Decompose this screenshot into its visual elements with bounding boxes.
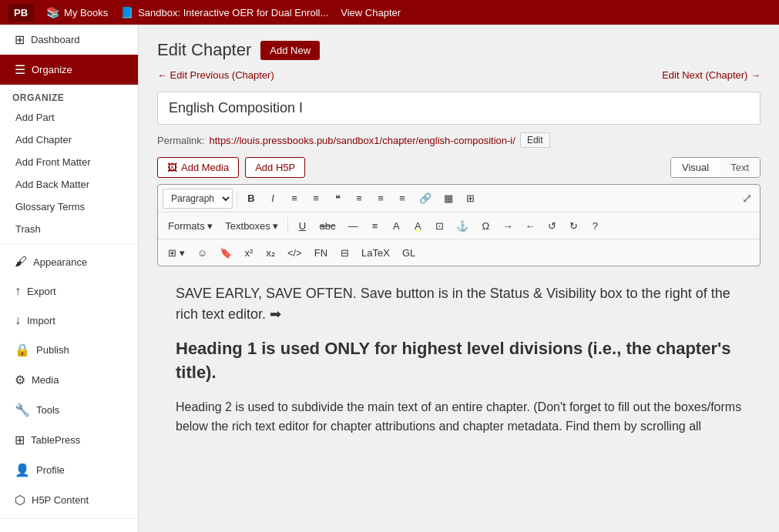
fn-button[interactable]: FN	[309, 243, 333, 263]
code-button[interactable]: </>	[282, 243, 307, 263]
justify-button[interactable]: ≡	[364, 216, 384, 236]
sidebar-item-add-back-matter[interactable]: Add Back Matter	[0, 173, 138, 196]
redo-button[interactable]: ↻	[563, 216, 583, 236]
toolbar-row-2: Formats ▾ Textboxes ▾ U abc — ≡ A A ⊡ ⚓ …	[158, 212, 760, 239]
help-button[interactable]: ?	[585, 216, 605, 236]
add-h5p-button[interactable]: Add H5P	[245, 157, 305, 178]
undo-button[interactable]: ↺	[542, 216, 562, 236]
visual-mode-button[interactable]: Visual	[671, 158, 720, 177]
appearance-icon: 🖌	[15, 255, 27, 269]
align-right-button[interactable]: ≡	[392, 189, 412, 209]
link-button[interactable]: 🔗	[414, 189, 437, 209]
ordered-list-button[interactable]: ≡	[306, 189, 326, 209]
brand-logo: PB	[8, 4, 34, 22]
top-bar: PB 📚 My Books 📘 Sandbox: Interactive OER…	[0, 0, 779, 25]
special-chars-button[interactable]: Ω	[475, 216, 495, 236]
paragraph1-text: Heading 2 is used to subdivide the main …	[176, 397, 742, 437]
book-link[interactable]: 📘 Sandbox: Interactive OER for Dual Enro…	[120, 6, 328, 18]
sidebar-item-appearance[interactable]: 🖌 Appearance	[0, 247, 138, 276]
align-center-button[interactable]: ≡	[371, 189, 391, 209]
font-bg-color-button[interactable]: A	[408, 216, 428, 236]
editor-wrapper: 🖼 Add Media Add H5P Visual Text	[157, 157, 761, 464]
sidebar-item-trash[interactable]: Trash	[0, 218, 138, 240]
sidebar-item-add-front-matter[interactable]: Add Front Matter	[0, 151, 138, 173]
sidebar-item-media[interactable]: ⚙ Media	[0, 365, 138, 395]
paste-button[interactable]: ⊡	[429, 216, 449, 236]
media-upload-icon: 🖼	[167, 162, 177, 173]
outdent-button[interactable]: ←	[519, 216, 540, 236]
sidebar-item-glossary-terms[interactable]: Glossary Terms	[0, 196, 138, 218]
permalink-row: Permalink: https://louis.pressbooks.pub/…	[157, 132, 761, 148]
organize-icon: ☰	[15, 62, 25, 77]
import-icon: ↓	[15, 313, 21, 327]
sidebar-item-add-chapter[interactable]: Add Chapter	[0, 129, 138, 151]
edit-next-link[interactable]: Edit Next (Chapter) →	[662, 69, 761, 81]
sidebar-item-tools[interactable]: 🔧 Tools	[0, 395, 138, 425]
sidebar-item-organize[interactable]: ☰ Organize	[0, 55, 138, 85]
sidebar: ⊞ Dashboard ☰ Organize Organize Add Part…	[0, 25, 139, 532]
edit-previous-link[interactable]: ← Edit Previous (Chapter)	[157, 69, 274, 81]
editor-content[interactable]: SAVE EARLY, SAVE OFTEN. Save button is i…	[157, 268, 761, 464]
page-header: Edit Chapter Add New	[157, 40, 761, 60]
export-icon: ↑	[15, 284, 21, 298]
table-dropdown-button[interactable]: ⊞ ▾	[163, 243, 190, 263]
table-button[interactable]: ▦	[438, 189, 458, 209]
view-chapter-link[interactable]: View Chapter	[341, 7, 401, 18]
more-button[interactable]: ⊞	[460, 189, 480, 209]
text-mode-button[interactable]: Text	[720, 158, 760, 177]
add-new-button[interactable]: Add New	[260, 41, 320, 60]
sidebar-item-export[interactable]: ↑ Export	[0, 276, 138, 306]
blockquote-button[interactable]: ❝	[327, 189, 348, 209]
separator-1	[237, 191, 237, 206]
collapse-menu-button[interactable]: ◀ Collapse menu	[0, 522, 138, 532]
indent-button[interactable]: →	[497, 216, 518, 236]
sidebar-divider-2	[0, 518, 138, 519]
edit-permalink-button[interactable]: Edit	[520, 132, 550, 148]
h5p-icon: ⬡	[15, 493, 25, 507]
tablepress-icon: ⊞	[15, 433, 25, 447]
strikethrough-button[interactable]: abc	[314, 216, 341, 236]
columns-button[interactable]: ⊟	[334, 243, 354, 263]
permalink-label: Permalink:	[157, 135, 204, 146]
expand-editor-button[interactable]: ⤢	[739, 188, 755, 209]
sidebar-item-dashboard[interactable]: ⊞ Dashboard	[0, 25, 138, 55]
sidebar-item-publish[interactable]: 🔒 Publish	[0, 335, 138, 365]
main-content: Edit Chapter Add New ← Edit Previous (Ch…	[139, 25, 779, 532]
font-color-button[interactable]: A	[386, 216, 406, 236]
tools-icon: 🔧	[15, 403, 30, 417]
chapter-title-input[interactable]	[157, 92, 761, 125]
toolbar-row-1: Paragraph Heading 1 Heading 2 Heading 3 …	[158, 185, 760, 212]
latex-button[interactable]: LaTeX	[356, 243, 395, 263]
formats-dropdown-button[interactable]: Formats ▾	[163, 216, 218, 236]
view-toggle: Visual Text	[670, 157, 761, 178]
format-select[interactable]: Paragraph Heading 1 Heading 2 Heading 3	[163, 189, 233, 209]
textboxes-dropdown-button[interactable]: Textboxes ▾	[220, 216, 284, 236]
editor-toolbar: Paragraph Heading 1 Heading 2 Heading 3 …	[157, 184, 761, 266]
sidebar-item-import[interactable]: ↓ Import	[0, 306, 138, 335]
bookmark-button[interactable]: 🔖	[214, 243, 237, 263]
sidebar-item-profile[interactable]: 👤 Profile	[0, 455, 138, 485]
books-icon: 📚	[46, 6, 59, 18]
anchor-button[interactable]: ⚓	[451, 216, 474, 236]
align-left-button[interactable]: ≡	[349, 189, 369, 209]
book-icon: 📘	[120, 6, 133, 18]
underline-button[interactable]: U	[292, 216, 312, 236]
sidebar-item-tablepress[interactable]: ⊞ TablePress	[0, 425, 138, 455]
emoticon-button[interactable]: ☺	[192, 243, 213, 263]
sidebar-item-add-part[interactable]: Add Part	[0, 106, 138, 129]
gl-button[interactable]: GL	[397, 243, 421, 263]
superscript-button[interactable]: x²	[239, 243, 259, 263]
dashboard-icon: ⊞	[15, 32, 25, 47]
media-row: 🖼 Add Media Add H5P Visual Text	[157, 157, 761, 178]
unordered-list-button[interactable]: ≡	[284, 189, 304, 209]
horizontal-rule-button[interactable]: —	[342, 216, 363, 236]
add-media-button[interactable]: 🖼 Add Media	[157, 157, 239, 178]
separator-2	[287, 218, 288, 233]
my-books-link[interactable]: 📚 My Books	[46, 6, 108, 18]
heading1-text: Heading 1 is used ONLY for highest level…	[176, 337, 742, 385]
bold-button[interactable]: B	[241, 189, 261, 209]
italic-button[interactable]: I	[263, 189, 283, 209]
subscript-button[interactable]: x₂	[260, 243, 280, 263]
permalink-url[interactable]: https://louis.pressbooks.pub/sandbox1/ch…	[209, 135, 515, 146]
sidebar-item-h5p-content[interactable]: ⬡ H5P Content	[0, 485, 138, 515]
